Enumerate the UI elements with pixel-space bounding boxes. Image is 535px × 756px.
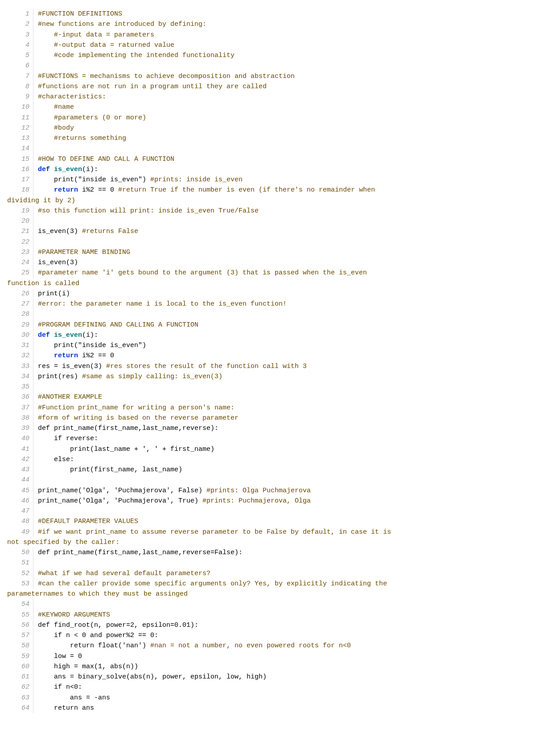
code-line: 23#PARAMETER NAME BINDING bbox=[7, 247, 528, 257]
line-content: #if we want print_name to assume reverse… bbox=[38, 527, 528, 537]
line-number: 62 bbox=[7, 682, 33, 692]
line-content: #new functions are introduced by definin… bbox=[38, 19, 528, 29]
line-content: #ANOTHER EXAMPLE bbox=[38, 392, 528, 402]
line-number: 27 bbox=[7, 299, 33, 309]
line-number: 37 bbox=[7, 403, 33, 413]
line-number: 24 bbox=[7, 257, 33, 268]
code-line: 54 bbox=[7, 599, 528, 609]
line-content: ans = -ans bbox=[38, 693, 528, 703]
line-content: #parameter name 'i' gets bound to the ar… bbox=[38, 268, 528, 278]
code-line: 40 if reverse: bbox=[7, 433, 528, 444]
line-number: 4 bbox=[7, 40, 33, 50]
code-line: 22 bbox=[7, 237, 528, 247]
line-content: return ans bbox=[38, 703, 528, 713]
line-content: #can the caller provide some specific ar… bbox=[38, 579, 528, 589]
line-number: 55 bbox=[7, 610, 33, 620]
line-number: 61 bbox=[7, 672, 33, 682]
line-content: #FUNCTION DEFINITIONS bbox=[38, 9, 528, 19]
line-number: 35 bbox=[7, 382, 33, 392]
line-content: #KEYWORD ARGUMENTS bbox=[38, 610, 528, 620]
line-number: 30 bbox=[7, 330, 33, 340]
code-line: 32 return i%2 == 0 bbox=[7, 351, 528, 361]
code-line: 42 else: bbox=[7, 454, 528, 465]
line-number: 63 bbox=[7, 693, 33, 703]
line-number: 1 bbox=[7, 9, 33, 19]
line-content: #body bbox=[38, 123, 528, 133]
code-line: 57 if n < 0 and power%2 == 0: bbox=[7, 630, 528, 641]
line-number: 25 bbox=[7, 268, 33, 278]
line-content: return i%2 == 0 bbox=[38, 351, 528, 361]
line-content: def find_root(n, power=2, epsilon=0.01): bbox=[38, 620, 528, 630]
line-number: 29 bbox=[7, 320, 33, 330]
line-number: 52 bbox=[7, 568, 33, 579]
line-content: def print_name(first_name,last_name,reve… bbox=[38, 548, 528, 558]
code-line: 52#what if we had several default parame… bbox=[7, 568, 528, 579]
line-number: 44 bbox=[7, 475, 33, 485]
code-line: 43 print(first_name, last_name) bbox=[7, 465, 528, 475]
code-line: 64 return ans bbox=[7, 703, 528, 713]
line-number: 43 bbox=[7, 465, 33, 475]
line-number: 14 bbox=[7, 143, 33, 154]
line-number: 54 bbox=[7, 599, 33, 609]
line-number: 50 bbox=[7, 548, 33, 558]
code-line: 45print_name('Olga', 'Puchmajerova', Fal… bbox=[7, 486, 528, 496]
line-content: return float('nan') #nan = not a number,… bbox=[38, 641, 528, 651]
line-content: print_name('Olga', 'Puchmajerova', False… bbox=[38, 486, 528, 496]
code-line: 24is_even(3) bbox=[7, 257, 528, 268]
line-number: 40 bbox=[7, 433, 33, 444]
line-content: else: bbox=[38, 454, 528, 465]
line-content: #-output data = raturned value bbox=[38, 40, 528, 50]
line-content: high = max(1, abs(n)) bbox=[38, 662, 528, 672]
line-number: 53 bbox=[7, 579, 33, 589]
line-number: 5 bbox=[7, 50, 33, 61]
code-line: 14 bbox=[7, 143, 528, 154]
line-number: 60 bbox=[7, 662, 33, 672]
line-number: 26 bbox=[7, 289, 33, 299]
code-line: 44 bbox=[7, 475, 528, 485]
code-line: 19#so this function will print: inside i… bbox=[7, 206, 528, 216]
line-number: 6 bbox=[7, 61, 33, 71]
code-line: 37#Function print_name for writing a per… bbox=[7, 403, 528, 413]
code-line: 33res = is_even(3) #res stores the resul… bbox=[7, 361, 528, 372]
line-number: 45 bbox=[7, 486, 33, 496]
line-content: print(i) bbox=[38, 289, 528, 299]
code-line: 11 #parameters (0 or more) bbox=[7, 113, 528, 123]
line-number: 34 bbox=[7, 372, 33, 382]
line-content: print_name('Olga', 'Puchmajerova', True)… bbox=[38, 496, 528, 506]
code-line: 13 #returns something bbox=[7, 133, 528, 143]
code-line: 12 #body bbox=[7, 123, 528, 133]
code-line: 58 return float('nan') #nan = not a numb… bbox=[7, 641, 528, 651]
line-number: 22 bbox=[7, 237, 33, 247]
code-line: 53#can the caller provide some specific … bbox=[7, 579, 528, 589]
line-number: 10 bbox=[7, 102, 33, 112]
code-line: 2#new functions are introduced by defini… bbox=[7, 19, 528, 29]
code-line: 27#error: the parameter name i is local … bbox=[7, 299, 528, 309]
line-number: 2 bbox=[7, 19, 33, 29]
line-content: #functions are not run in a program unti… bbox=[38, 82, 528, 92]
code-line: 61 ans = binary_solve(abs(n), power, eps… bbox=[7, 672, 528, 682]
line-content: print(res) #same as simply calling: is_e… bbox=[38, 372, 528, 382]
code-line: 50def print_name(first_name,last_name,re… bbox=[7, 548, 528, 558]
code-line: 41 print(last_name + ', ' + first_name) bbox=[7, 444, 528, 454]
line-number: 36 bbox=[7, 392, 33, 402]
line-content: print("inside is_even") bbox=[38, 340, 528, 351]
line-content: def is_even(i): bbox=[38, 164, 528, 175]
code-line: 47 bbox=[7, 506, 528, 516]
line-content: #Function print_name for writing a perso… bbox=[38, 403, 528, 413]
line-number: 57 bbox=[7, 630, 33, 641]
line-content: if reverse: bbox=[38, 433, 528, 444]
line-number: 48 bbox=[7, 516, 33, 527]
line-content: #parameters (0 or more) bbox=[38, 113, 528, 123]
line-number: 32 bbox=[7, 351, 33, 361]
line-content: #name bbox=[38, 102, 528, 112]
code-line: 60 high = max(1, abs(n)) bbox=[7, 662, 528, 672]
code-line: 36#ANOTHER EXAMPLE bbox=[7, 392, 528, 402]
code-line: 48#DEFAULT PARAMETER VALUES bbox=[7, 516, 528, 527]
code-line: 1#FUNCTION DEFINITIONS bbox=[7, 9, 528, 19]
line-number: 20 bbox=[7, 216, 33, 226]
code-line: 56def find_root(n, power=2, epsilon=0.01… bbox=[7, 620, 528, 630]
line-content: #characteristics: bbox=[38, 92, 528, 102]
line-number: 17 bbox=[7, 175, 33, 185]
line-number: 3 bbox=[7, 30, 33, 40]
line-number: 41 bbox=[7, 444, 33, 454]
